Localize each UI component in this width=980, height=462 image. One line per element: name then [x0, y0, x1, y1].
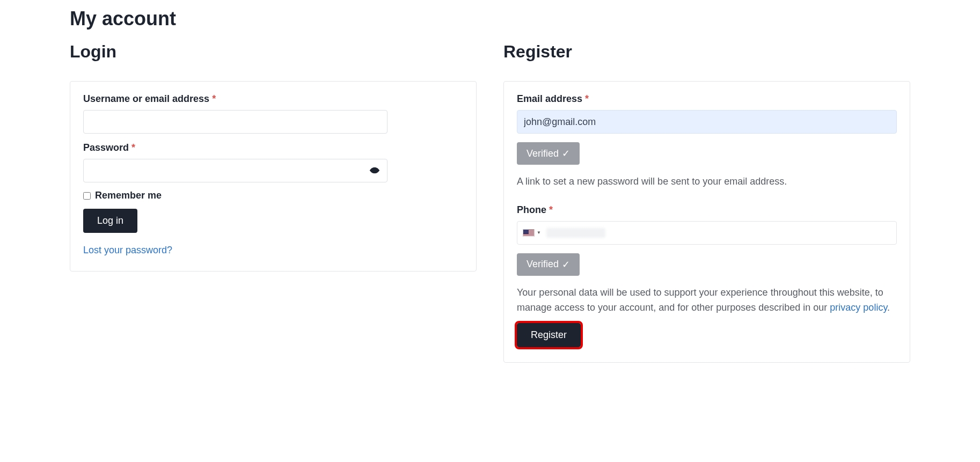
required-mark: *: [131, 142, 135, 153]
show-password-icon[interactable]: [369, 165, 380, 177]
check-icon: ✓: [562, 148, 570, 159]
required-mark: *: [549, 204, 553, 215]
remember-me-label: Remember me: [95, 190, 162, 201]
phone-input[interactable]: ▼: [517, 221, 897, 245]
phone-label: Phone *: [517, 204, 897, 216]
register-form-box: Email address * Verified ✓ A link to set…: [503, 81, 910, 363]
email-input[interactable]: [517, 110, 897, 134]
email-label: Email address *: [517, 93, 897, 105]
password-input[interactable]: [83, 159, 387, 182]
register-button[interactable]: Register: [517, 323, 581, 347]
username-input[interactable]: [83, 110, 387, 134]
flag-us-icon[interactable]: [523, 229, 535, 237]
login-heading: Login: [70, 42, 477, 62]
check-icon: ✓: [562, 259, 570, 270]
chevron-down-icon[interactable]: ▼: [537, 230, 541, 235]
password-label-text: Password: [83, 142, 129, 153]
phone-number-blurred: [546, 228, 605, 238]
required-mark: *: [212, 93, 216, 104]
password-info-text: A link to set a new password will be sen…: [517, 174, 897, 189]
login-form-box: Username or email address * Password *: [70, 81, 477, 272]
privacy-policy-link[interactable]: privacy policy: [830, 302, 887, 313]
username-label: Username or email address *: [83, 93, 463, 105]
verified-label: Verified: [526, 259, 559, 270]
username-label-text: Username or email address: [83, 93, 209, 104]
required-mark: *: [585, 93, 589, 104]
privacy-text-after: .: [887, 302, 890, 313]
register-column: Register Email address * Verified ✓ A li…: [503, 42, 910, 363]
privacy-text: Your personal data will be used to suppo…: [517, 285, 897, 316]
email-verified-badge: Verified ✓: [517, 142, 580, 165]
register-heading: Register: [503, 42, 910, 62]
phone-verified-badge: Verified ✓: [517, 253, 580, 276]
email-label-text: Email address: [517, 93, 582, 104]
password-label: Password *: [83, 142, 463, 153]
privacy-text-before: Your personal data will be used to suppo…: [517, 287, 883, 313]
page-title: My account: [70, 8, 910, 30]
login-button[interactable]: Log in: [83, 209, 137, 233]
phone-label-text: Phone: [517, 204, 546, 215]
remember-me-checkbox[interactable]: [83, 192, 91, 200]
login-column: Login Username or email address * Passwo…: [70, 42, 477, 363]
lost-password-link[interactable]: Lost your password?: [83, 245, 172, 256]
verified-label: Verified: [526, 148, 559, 159]
